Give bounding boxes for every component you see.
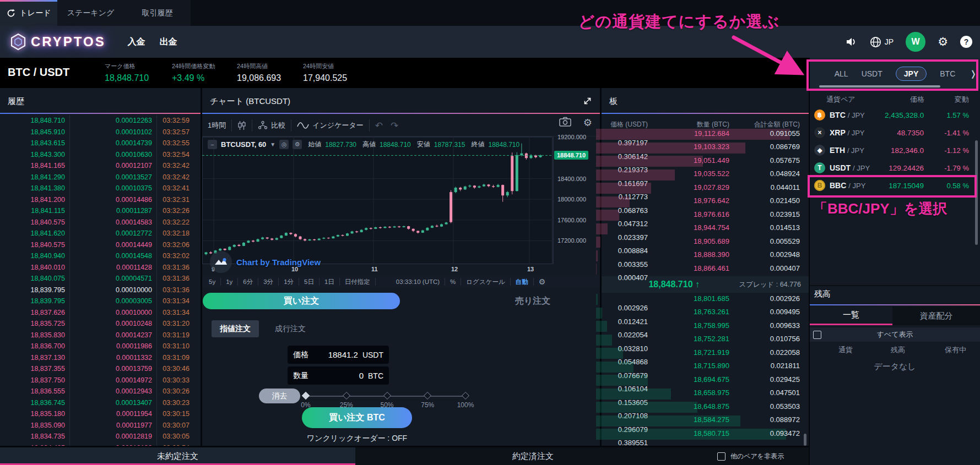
order-book-scrollbar[interactable] bbox=[804, 434, 806, 446]
trade-history-row[interactable]: 18,834.4850.0001013203:29:54 bbox=[0, 442, 201, 446]
slider-handle-50%[interactable] bbox=[383, 392, 391, 400]
trade-history-row[interactable]: 18,837.1300.0001133203:31:09 bbox=[0, 352, 201, 364]
tabs-scrollbar[interactable] bbox=[819, 85, 940, 87]
bid-row[interactable]: 18,658.9750.0475010.153605 bbox=[602, 387, 809, 401]
pair-row-xrp[interactable]: ×XRP / JPY48.7350-1.41 % bbox=[810, 124, 980, 141]
trade-history-row[interactable]: 18,845.9100.0001010203:32:57 bbox=[0, 127, 201, 138]
log-scale-button[interactable]: ログスケール bbox=[466, 278, 505, 286]
pair-list-scrollbar[interactable] bbox=[975, 140, 978, 245]
auto-scale-button[interactable]: 自動 bbox=[516, 278, 528, 286]
trade-history-row[interactable]: 18,841.3800.0001037503:32:41 bbox=[0, 183, 201, 194]
interval-button[interactable]: 1時間 bbox=[208, 121, 226, 130]
range-button[interactable]: 日付指定 bbox=[345, 278, 370, 286]
bid-row[interactable]: 18,715.8900.0218110.076679 bbox=[602, 360, 809, 374]
trade-history-row[interactable]: 18,837.7500.0001497203:30:33 bbox=[0, 375, 201, 386]
nav-tab-1[interactable]: トレード bbox=[0, 0, 57, 26]
legend-symbol[interactable]: BTCUSDT, 60 bbox=[221, 140, 266, 149]
trade-history-row[interactable]: 18,843.3000.0001063003:32:54 bbox=[0, 149, 201, 161]
trade-history-row[interactable]: 18,840.0750.0000457103:31:36 bbox=[0, 273, 201, 285]
one-click-order-status[interactable]: ワンクリックオーダー : OFF bbox=[274, 434, 440, 444]
range-button[interactable]: 1日 bbox=[324, 278, 334, 286]
price-field[interactable]: 価格 18841.2 USDT bbox=[288, 346, 389, 364]
tab-market-order[interactable]: 成行注文 bbox=[268, 320, 312, 337]
quote-tab-usdt[interactable]: USDT bbox=[862, 69, 882, 78]
bid-row[interactable]: 18,648.8750.0535030.207108 bbox=[602, 401, 809, 414]
trade-history-row[interactable]: 18,841.1150.0001128703:32:26 bbox=[0, 205, 201, 217]
last-price[interactable]: 18,848.710 ↑ bbox=[648, 280, 700, 289]
range-button[interactable]: 5y bbox=[209, 278, 215, 285]
tab-asset-allocation[interactable]: 資産配分 bbox=[892, 307, 980, 325]
slider-handle-25%[interactable] bbox=[343, 392, 350, 400]
help-icon[interactable]: ? bbox=[960, 36, 972, 48]
quote-tab-jpy[interactable]: JPY bbox=[896, 67, 927, 81]
withdraw-link[interactable]: 出金 bbox=[160, 36, 177, 48]
utc-clock[interactable]: 03:33:10 (UTC) bbox=[396, 278, 440, 285]
candlestick-chart[interactable] bbox=[202, 136, 553, 264]
trade-history-row[interactable]: 18,836.5550.0001294303:30:26 bbox=[0, 386, 201, 397]
bid-row[interactable]: 18,801.6850.0029260.002926 bbox=[602, 293, 809, 307]
trade-history-row[interactable]: 18,848.7100.0001226303:32:59 bbox=[0, 115, 201, 127]
tab-filled-orders[interactable]: 約定済注文 bbox=[355, 447, 711, 465]
quantity-input[interactable]: 0 bbox=[308, 371, 364, 380]
pair-row-btc[interactable]: ฿BTC / JPY2,435,328.01.57 % bbox=[810, 106, 980, 124]
current-pair[interactable]: BTC / USDT bbox=[8, 66, 69, 79]
trade-history-row[interactable]: 18,836.7450.0001340703:30:23 bbox=[0, 397, 201, 409]
quote-tab-btc[interactable]: BTC bbox=[940, 69, 955, 78]
indicator-button[interactable]: インジケーター bbox=[297, 121, 364, 130]
quote-tab-all[interactable]: ALL bbox=[835, 69, 848, 78]
trade-history-row[interactable]: 18,840.5750.0001458303:32:22 bbox=[0, 217, 201, 228]
axis-settings-gear-icon[interactable]: ⚙ bbox=[539, 277, 546, 286]
chevron-down-icon[interactable]: ▼ bbox=[270, 141, 275, 147]
price-input[interactable]: 18841.2 bbox=[308, 350, 358, 359]
ask-row[interactable]: 19,112.6840.0910550.397197 bbox=[602, 128, 809, 141]
trade-history-row[interactable]: 18,840.5750.0001444903:32:06 bbox=[0, 239, 201, 251]
amount-slider[interactable]: 0%25%50%75%100% bbox=[306, 396, 468, 397]
range-button[interactable]: 3分 bbox=[263, 278, 273, 286]
trade-history-row[interactable]: 18,840.0100.0001142803:31:36 bbox=[0, 262, 201, 273]
trade-history-row[interactable]: 18,839.7950.0001000003:31:36 bbox=[0, 285, 201, 296]
chart-settings-gear-icon[interactable]: ⚙ bbox=[583, 117, 592, 129]
expand-icon[interactable] bbox=[583, 96, 592, 106]
legend-settings-icon[interactable]: ⚙ bbox=[293, 140, 302, 149]
trade-history-row[interactable]: 18,841.6200.0001277203:32:18 bbox=[0, 228, 201, 239]
trade-history-row[interactable]: 18,835.0900.0001197703:30:07 bbox=[0, 420, 201, 431]
ask-row[interactable]: 19,027.8290.0440110.112773 bbox=[602, 182, 809, 195]
avatar[interactable]: W bbox=[906, 32, 925, 52]
show-all-checkbox[interactable] bbox=[813, 331, 821, 339]
compare-button[interactable]: 比較 bbox=[258, 121, 285, 130]
tab-open-orders[interactable]: 未約定注文 bbox=[0, 447, 355, 465]
slider-handle-75%[interactable] bbox=[424, 392, 431, 400]
trade-history-row[interactable]: 18,841.2000.0001448603:32:31 bbox=[0, 194, 201, 206]
tab-limit-order[interactable]: 指値注文 bbox=[212, 320, 259, 337]
trade-history-row[interactable]: 18,837.3550.0001375903:30:46 bbox=[0, 363, 201, 375]
legend-visibility-icon[interactable]: ◎ bbox=[279, 140, 289, 149]
language-selector[interactable]: JP bbox=[870, 36, 894, 48]
trade-history-row[interactable]: 18,836.7000.0001198603:31:10 bbox=[0, 341, 201, 352]
percent-scale-button[interactable]: % bbox=[450, 278, 456, 285]
slider-handle-0%[interactable] bbox=[302, 392, 310, 400]
trade-history-row[interactable]: 18,841.1650.0001210703:32:42 bbox=[0, 160, 201, 172]
watermark-text[interactable]: Chart by TradingView bbox=[236, 258, 321, 267]
candle-style-icon[interactable] bbox=[237, 121, 246, 130]
ask-row[interactable]: 19,103.3230.0867690.306142 bbox=[602, 141, 809, 155]
trade-history-row[interactable]: 18,835.7250.0001024803:31:20 bbox=[0, 318, 201, 330]
range-button[interactable]: 1y bbox=[226, 278, 232, 285]
bid-row[interactable]: 18,580.7150.0934720.389551 bbox=[602, 428, 809, 441]
bid-row[interactable]: 18,584.2750.0889720.296079 bbox=[602, 414, 809, 428]
ask-row[interactable]: 19,035.5220.0489240.161697 bbox=[602, 168, 809, 182]
pair-row-bbc[interactable]: BBBC / JPY187.150490.58 % bbox=[810, 177, 980, 194]
range-button[interactable]: 6分 bbox=[243, 278, 253, 286]
nav-tab-2[interactable]: ステーキング bbox=[57, 0, 124, 26]
trade-history-row[interactable]: 18,834.7350.0001281903:30:05 bbox=[0, 431, 201, 442]
trade-history-row[interactable]: 18,843.6150.0001473903:32:55 bbox=[0, 138, 201, 149]
chevron-right-icon[interactable]: ❭ bbox=[970, 69, 977, 79]
legend-collapse-icon[interactable]: − bbox=[208, 140, 217, 149]
sound-icon[interactable] bbox=[846, 37, 858, 47]
buy-submit-button[interactable]: 買い注文 BTC bbox=[302, 407, 412, 428]
trade-history-row[interactable]: 18,837.6260.0001000003:31:34 bbox=[0, 307, 201, 319]
pair-row-eth[interactable]: ◆ETH / JPY182,346.0-1.12 % bbox=[810, 141, 980, 159]
price-axis[interactable]: 19200.00018400.00018000.00017600.0001720… bbox=[553, 136, 600, 264]
slider-handle-100%[interactable] bbox=[462, 392, 469, 400]
redo-icon[interactable]: ↷ bbox=[391, 120, 398, 132]
quantity-field[interactable]: 数量 0 BTC bbox=[288, 366, 389, 385]
